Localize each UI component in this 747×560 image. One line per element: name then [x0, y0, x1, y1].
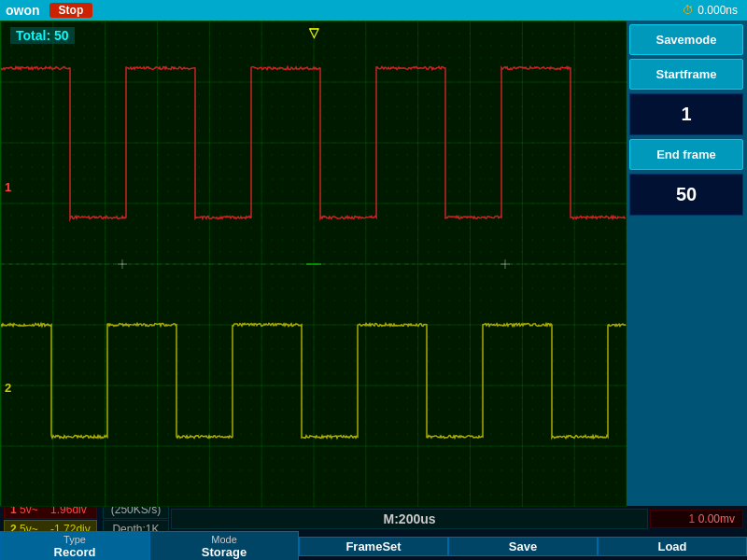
timer-icon: ⏱: [683, 4, 694, 17]
ch2-marker: 2: [5, 381, 11, 395]
time-display: ⏱ 0.000ns: [683, 4, 738, 17]
status-row1: 1 5v~ 1.96div 2 5v~ -1.72div (250KS/s) D…: [0, 506, 747, 532]
startframe-button[interactable]: Startframe: [629, 59, 743, 90]
trig-ch: 1: [689, 512, 696, 525]
save-label: Save: [509, 539, 537, 553]
scope-area: Total: 50 ▽ 1 2: [0, 21, 626, 506]
total-label: Total: 50: [10, 27, 75, 44]
frameset-button[interactable]: FrameSet: [299, 537, 448, 556]
endframe-button[interactable]: End frame: [629, 139, 743, 170]
trigger-marker: ▽: [309, 25, 319, 40]
button-row: Type Record Mode Storage FrameSet Save L…: [0, 532, 747, 560]
main-area: Total: 50 ▽ 1 2 Savemode Startframe 1 En…: [0, 21, 747, 506]
frameset-label: FrameSet: [345, 539, 401, 553]
trig-status: 1 0.00mv: [650, 510, 743, 528]
waveform-canvas: [1, 21, 627, 507]
top-bar: owon Stop ⏱ 0.000ns: [0, 0, 747, 21]
right-panel: Savemode Startframe 1 End frame 50: [626, 21, 747, 506]
savemode-button[interactable]: Savemode: [629, 24, 743, 55]
startframe-value: 1: [629, 93, 743, 135]
type-value: Record: [54, 545, 96, 559]
bottom-bar: 1 5v~ 1.96div 2 5v~ -1.72div (250KS/s) D…: [0, 506, 747, 560]
ch1-marker: 1: [5, 180, 11, 194]
load-button[interactable]: Load: [598, 537, 747, 556]
timebase: M:200us: [171, 509, 648, 529]
mode-value: Storage: [202, 545, 247, 559]
endframe-value: 50: [629, 174, 743, 216]
trig-level: 0.00mv: [698, 512, 735, 525]
logo: owon: [6, 3, 40, 18]
mode-label: Mode: [211, 534, 237, 545]
mode-button[interactable]: Mode Storage: [149, 531, 299, 561]
save-button[interactable]: Save: [448, 537, 598, 556]
type-button[interactable]: Type Record: [0, 531, 149, 561]
time-value: 0.000ns: [698, 4, 738, 17]
type-label: Type: [63, 534, 86, 545]
load-label: Load: [657, 539, 686, 553]
stop-button[interactable]: Stop: [49, 3, 93, 18]
